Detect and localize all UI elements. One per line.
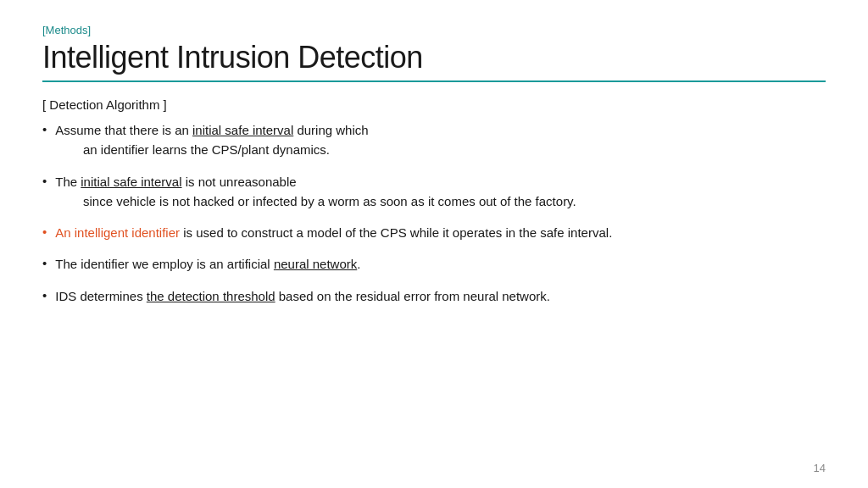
bullet-5-underline: the detection threshold	[147, 289, 275, 303]
content-area: • Assume that there is an initial safe i…	[42, 120, 826, 306]
bullet-row-4: • The identifier we employ is an artific…	[42, 254, 826, 274]
bullet-row-2: • The initial safe interval is not unrea…	[42, 172, 826, 191]
slide: [Methods] Intelligent Intrusion Detectio…	[0, 0, 868, 488]
bullet-3-text: An intelligent identifier is used to con…	[55, 223, 612, 242]
bullet-item-4: • The identifier we employ is an artific…	[42, 254, 826, 274]
bullet-5-text: IDS determines the detection threshold b…	[55, 286, 550, 306]
bullet-4-underline: neural network	[274, 257, 357, 271]
title-underline	[42, 80, 826, 82]
bullet-3-red-text: An intelligent identifier	[55, 225, 180, 240]
bullet-item-2: • The initial safe interval is not unrea…	[42, 172, 826, 212]
bullet-2-continuation: since vehicle is not hacked or infected …	[42, 191, 826, 211]
section-header: [ Detection Algorithm ]	[42, 97, 826, 112]
bullet-item-1: • Assume that there is an initial safe i…	[42, 120, 826, 160]
bullet-2-underline: initial safe interval	[81, 175, 181, 189]
bullet-row-5: • IDS determines the detection threshold…	[42, 286, 826, 306]
bullet-5-dot: •	[42, 288, 47, 302]
bullet-1-text: Assume that there is an initial safe int…	[55, 120, 368, 140]
slide-title: Intelligent Intrusion Detection	[42, 40, 826, 75]
bullet-2-dot: •	[42, 174, 47, 188]
bullet-item-5: • IDS determines the detection threshold…	[42, 286, 826, 306]
bullet-row-3: • An intelligent identifier is used to c…	[42, 223, 826, 242]
bullet-row-1: • Assume that there is an initial safe i…	[42, 120, 826, 140]
bullet-1-dot: •	[42, 122, 47, 136]
bullet-3-dot: •	[42, 225, 47, 239]
bullet-4-dot: •	[42, 256, 47, 270]
bullet-4-text: The identifier we employ is an artificia…	[55, 254, 360, 274]
bullet-2-text: The initial safe interval is not unreaso…	[55, 172, 296, 191]
page-number: 14	[814, 462, 826, 474]
bullet-item-3: • An intelligent identifier is used to c…	[42, 223, 826, 242]
bullet-1-underline: initial safe interval	[192, 123, 293, 137]
bullet-1-continuation: an identifier learns the CPS/plant dynam…	[42, 140, 826, 159]
tag-label: [Methods]	[42, 24, 826, 36]
